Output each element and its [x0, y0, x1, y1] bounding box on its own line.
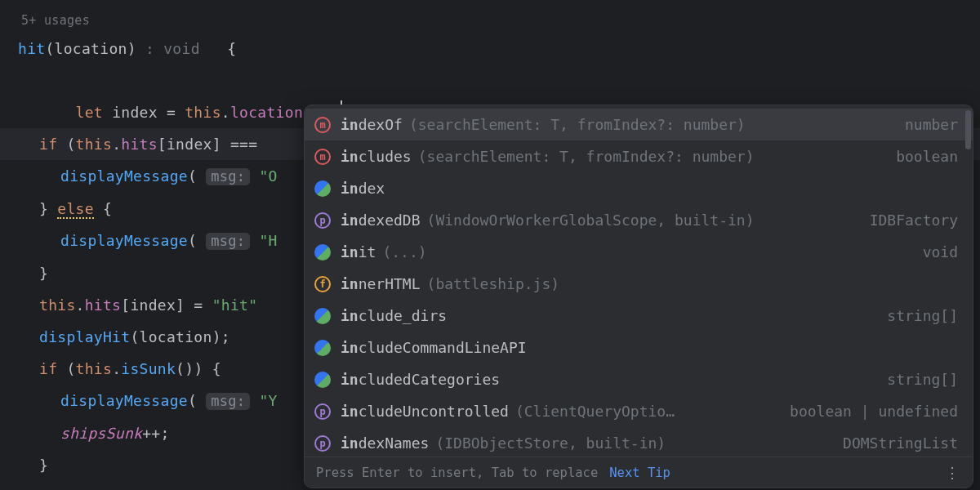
next-tip-link[interactable]: Next Tip — [609, 466, 670, 480]
param-hint: msg: — [206, 168, 250, 185]
prop-icon: p — [314, 435, 331, 452]
completion-return-type: boolean — [896, 148, 958, 165]
param-hint: msg: — [206, 393, 250, 410]
completion-label: include_dirs — [341, 307, 447, 324]
usages-hint[interactable]: 5+ usages — [18, 8, 980, 33]
completion-item[interactable]: pindexedDB (WindowOrWorkerGlobalScope, b… — [305, 204, 973, 236]
completion-signature: (IDBObjectStore, built-in) — [435, 434, 666, 452]
return-type-hint: : void — [145, 40, 200, 57]
completion-popup[interactable]: mindexOf(searchElement: T, fromIndex?: n… — [304, 105, 973, 488]
param: location — [55, 40, 127, 57]
completion-label: includeCommandLineAPI — [341, 339, 527, 356]
func-icon: f — [314, 276, 331, 292]
completion-label: index — [341, 180, 385, 197]
completion-signature: (battleship.js) — [427, 275, 560, 292]
completion-item[interactable]: init(...)void — [305, 236, 973, 268]
completion-footer: Press Enter to insert, Tab to replace Ne… — [305, 457, 973, 488]
completion-item[interactable]: includeCommandLineAPI — [305, 332, 973, 363]
completion-return-type: number — [905, 116, 958, 133]
prop-icon: p — [314, 403, 331, 420]
more-icon[interactable]: ⋮ — [945, 470, 961, 476]
completion-return-type: DOMStringList — [843, 434, 958, 452]
code-line[interactable]: hit(location) : void { — [18, 33, 980, 65]
completion-item[interactable]: index — [305, 172, 973, 204]
js-icon — [314, 340, 331, 356]
completion-signature: (ClientQueryOptio… — [515, 403, 675, 420]
completion-item[interactable]: pindexNames (IDBObjectStore, built-in)DO… — [305, 427, 973, 457]
completion-label: innerHTML — [341, 275, 421, 292]
completion-label: indexedDB — [341, 212, 421, 229]
js-icon — [314, 372, 331, 388]
completion-item[interactable]: include_dirsstring[] — [305, 300, 973, 332]
param-hint: msg: — [206, 233, 250, 250]
completion-signature: (searchElement: T, fromIndex?: number) — [409, 116, 746, 133]
completion-return-type: void — [923, 243, 958, 261]
completion-label: includes — [341, 148, 412, 165]
completion-return-type: string[] — [887, 307, 958, 324]
completion-signature: (WindowOrWorkerGlobalScope, built-in) — [427, 212, 755, 229]
completion-label: indexOf — [341, 116, 403, 133]
completion-item[interactable]: finnerHTML (battleship.js) — [305, 268, 973, 300]
method-icon: m — [314, 149, 331, 165]
completion-return-type: string[] — [887, 371, 958, 388]
completion-label: includedCategories — [341, 371, 500, 388]
js-icon — [314, 244, 331, 261]
method-icon: m — [314, 117, 331, 133]
completion-item[interactable]: mindexOf(searchElement: T, fromIndex?: n… — [305, 109, 973, 140]
js-icon — [314, 180, 331, 197]
completion-label: includeUncontrolled — [341, 403, 509, 420]
completion-return-type: boolean | undefined — [790, 403, 958, 420]
completion-item[interactable]: mincludes(searchElement: T, fromIndex?: … — [305, 140, 973, 172]
completion-label: init — [341, 243, 376, 261]
js-icon — [314, 308, 331, 324]
completion-signature: (searchElement: T, fromIndex?: number) — [418, 148, 755, 165]
completion-list[interactable]: mindexOf(searchElement: T, fromIndex?: n… — [305, 105, 973, 457]
completion-item[interactable]: includedCategoriesstring[] — [305, 363, 973, 395]
prop-icon: p — [314, 212, 331, 229]
completion-signature: (...) — [382, 243, 426, 261]
completion-return-type: IDBFactory — [870, 212, 958, 229]
function-name: hit — [18, 40, 45, 57]
footer-hint: Press Enter to insert, Tab to replace — [316, 466, 598, 480]
scrollbar-thumb[interactable] — [965, 110, 971, 149]
completion-label: indexNames — [341, 434, 429, 452]
completion-item[interactable]: pincludeUncontrolled (ClientQueryOptio…b… — [305, 395, 973, 427]
